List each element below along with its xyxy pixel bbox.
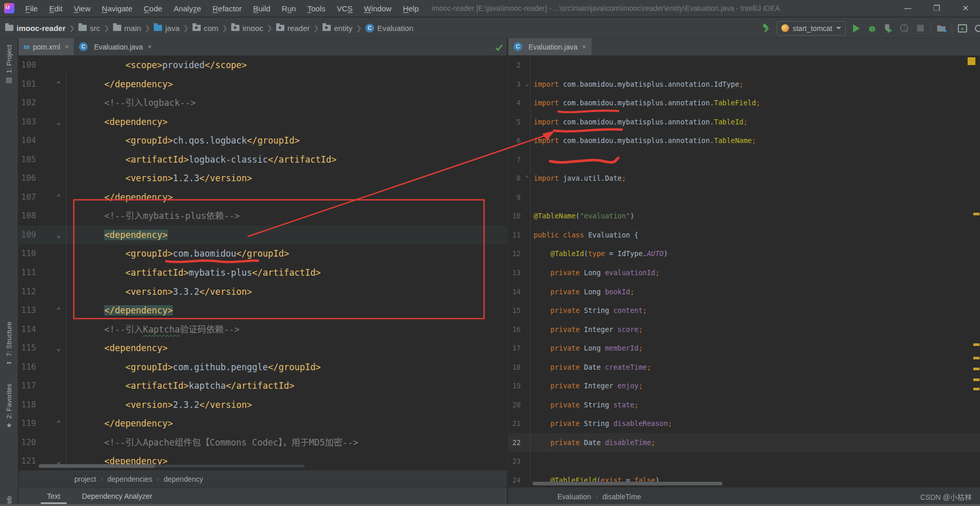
menu-build[interactable]: Build <box>247 0 276 17</box>
tab-pom-xml[interactable]: m pom.xml × <box>19 38 74 55</box>
code-line[interactable]: 109⌄ <dependency> <box>19 226 507 245</box>
fold-down-icon[interactable]: ⌄ <box>39 113 66 132</box>
fold-down-icon[interactable]: ⌄ <box>39 339 66 358</box>
left-hscrollbar-thumb[interactable] <box>39 464 155 468</box>
code-line[interactable]: 121⌄ <dependency> <box>19 452 507 471</box>
code-line[interactable]: 110 <groupId>com.baomidou</groupId> <box>19 244 507 263</box>
fold-down-icon[interactable]: ⌄ <box>39 226 66 245</box>
pom-editor[interactable]: 100 <scope>provided</scope>101⌃ </depend… <box>19 56 507 471</box>
breadcrumb-item[interactable]: disableTime <box>602 493 641 501</box>
code-line[interactable]: 22 private Date disableTime; <box>508 433 980 452</box>
breadcrumb-item[interactable]: dependency <box>164 475 203 483</box>
nav-crumb-main[interactable]: main <box>113 24 141 33</box>
code-line[interactable]: 5import com.baomidou.mybatisplus.annotat… <box>508 113 980 132</box>
code-line[interactable]: 15 private String content; <box>508 301 980 320</box>
code-line[interactable]: 11public class Evaluation { <box>508 226 980 245</box>
analysis-status-square[interactable] <box>968 57 975 65</box>
tab-evaluation-java-right[interactable]: C Evaluation.java × <box>508 38 591 55</box>
build-hammer-icon[interactable] <box>761 23 772 34</box>
search-everywhere-icon[interactable] <box>973 23 980 34</box>
code-line[interactable]: 116 <groupId>com.github.penggle</groupId… <box>19 358 507 377</box>
code-line[interactable]: 12 @TableId(type = IdType.AUTO) <box>508 244 980 263</box>
tab-dependency-analyzer[interactable]: Dependency Analyzer <box>82 492 152 500</box>
fold-up-icon[interactable]: ⌃ <box>39 188 66 207</box>
nav-crumb-reader[interactable]: reader <box>276 24 310 33</box>
tool-stripe-favorites[interactable]: 2: Favorites ★ <box>0 384 18 429</box>
menu-file[interactable]: File <box>20 0 43 17</box>
nav-crumb-imooc[interactable]: imooc <box>231 24 263 33</box>
code-line[interactable]: 113⌃ </dependency> <box>19 301 507 320</box>
code-line[interactable]: 19 private Integer enjoy; <box>508 376 980 396</box>
run-configuration-dropdown[interactable]: start_tomcat <box>777 21 846 36</box>
code-line[interactable]: 2 <box>508 56 980 75</box>
close-icon[interactable]: × <box>65 43 69 51</box>
code-line[interactable]: 9 <box>508 188 980 207</box>
run-button[interactable] <box>850 23 862 34</box>
debug-button[interactable] <box>866 23 878 34</box>
code-line[interactable]: 18 private Date createTime; <box>508 358 980 377</box>
nav-crumb-src[interactable]: src <box>78 24 100 33</box>
fold-down-icon[interactable]: ⌄ <box>524 75 530 94</box>
close-button[interactable]: ✕ <box>951 0 980 17</box>
code-line[interactable]: 115⌄ <dependency> <box>19 339 507 358</box>
menu-navigate[interactable]: Navigate <box>96 0 138 17</box>
code-line[interactable]: 6import com.baomidou.mybatisplus.annotat… <box>508 131 980 150</box>
close-icon[interactable]: × <box>582 43 586 51</box>
menu-window[interactable]: Window <box>358 0 397 17</box>
code-line[interactable]: 17 private Long memberId; <box>508 339 980 358</box>
code-line[interactable]: 14 private Long bookId; <box>508 282 980 302</box>
run-with-coverage-button[interactable] <box>882 23 894 34</box>
menu-view[interactable]: View <box>68 0 96 17</box>
code-line[interactable]: 107⌃ </dependency> <box>19 188 507 207</box>
fold-down-icon[interactable]: ⌄ <box>39 452 66 471</box>
minimize-button[interactable]: — <box>893 0 922 17</box>
code-line[interactable]: 114 <!--引入Kaptcha验证码依赖--> <box>19 320 507 339</box>
menu-run[interactable]: Run <box>276 0 302 17</box>
code-line[interactable]: 111 <artifactId>mybatis-plus</artifactId… <box>19 263 507 282</box>
run-tool-window-icon[interactable] <box>957 23 968 34</box>
code-line[interactable]: 21 private String disableReason; <box>508 414 980 433</box>
nav-crumb-java[interactable]: java <box>154 24 180 33</box>
code-line[interactable]: 102 <!--引入logback--> <box>19 93 507 113</box>
close-icon[interactable]: × <box>148 43 152 51</box>
tab-text[interactable]: Text <box>47 488 60 505</box>
breadcrumb-item[interactable]: Evaluation <box>557 493 591 501</box>
fold-up-icon[interactable]: ⌃ <box>39 301 66 320</box>
project-structure-icon[interactable] <box>936 23 947 34</box>
right-hscrollbar-thumb[interactable] <box>533 482 722 485</box>
fold-up-icon[interactable]: ⌃ <box>524 169 530 188</box>
profiler-button[interactable] <box>898 23 910 34</box>
code-line[interactable]: 103⌄ <dependency> <box>19 113 507 132</box>
tab-evaluation-java-left[interactable]: C Evaluation.java × <box>74 38 157 55</box>
code-line[interactable]: 8⌃import java.util.Date; <box>508 169 980 188</box>
nav-crumb-com[interactable]: com <box>192 24 218 33</box>
nav-crumb-Evaluation[interactable]: CEvaluation <box>365 24 413 33</box>
nav-crumb-imooc-reader[interactable]: imooc-reader <box>5 24 66 33</box>
code-line[interactable]: 13 private Long evaluationId; <box>508 263 980 282</box>
fold-up-icon[interactable]: ⌃ <box>39 414 66 433</box>
code-line[interactable]: 108 <!--引入mybatis-plus依赖--> <box>19 207 507 226</box>
menu-code[interactable]: Code <box>138 0 168 17</box>
breadcrumb-item[interactable]: dependencies <box>107 475 152 483</box>
code-line[interactable]: 20 private String state; <box>508 396 980 415</box>
code-line[interactable]: 118 <version>2.3.2</version> <box>19 396 507 415</box>
code-line[interactable]: 112 <version>3.3.2</version> <box>19 282 507 302</box>
code-line[interactable]: 10@TableName("evaluation") <box>508 207 980 226</box>
menu-vcs[interactable]: VCS <box>331 0 358 17</box>
code-line[interactable]: 106 <version>1.2.3</version> <box>19 169 507 188</box>
tool-stripe-structure[interactable]: 7: Structure ▪▪ <box>0 322 18 367</box>
menu-tools[interactable]: Tools <box>301 0 331 17</box>
code-line[interactable]: 120 <!--引入Apache组件包【Commons Codec】，用于MD5… <box>19 433 507 452</box>
breadcrumb-item[interactable]: project <box>74 475 96 483</box>
restore-button[interactable]: ❐ <box>922 0 951 17</box>
nav-crumb-entity[interactable]: entity <box>323 24 352 33</box>
code-line[interactable]: 3⌄import com.baomidou.mybatisplus.annota… <box>508 75 980 94</box>
menu-refactor[interactable]: Refactor <box>207 0 248 17</box>
code-line[interactable]: 105 <artifactId>logback-classic</artifac… <box>19 150 507 169</box>
code-line[interactable]: 4import com.baomidou.mybatisplus.annotat… <box>508 93 980 113</box>
code-line[interactable]: 101⌃ </dependency> <box>19 75 507 94</box>
code-line[interactable]: 16 private Integer score; <box>508 320 980 339</box>
code-line[interactable]: 100 <scope>provided</scope> <box>19 56 507 75</box>
code-line[interactable]: 104 <groupId>ch.qos.logback</groupId> <box>19 131 507 150</box>
inspection-ok-icon[interactable] <box>494 43 504 54</box>
